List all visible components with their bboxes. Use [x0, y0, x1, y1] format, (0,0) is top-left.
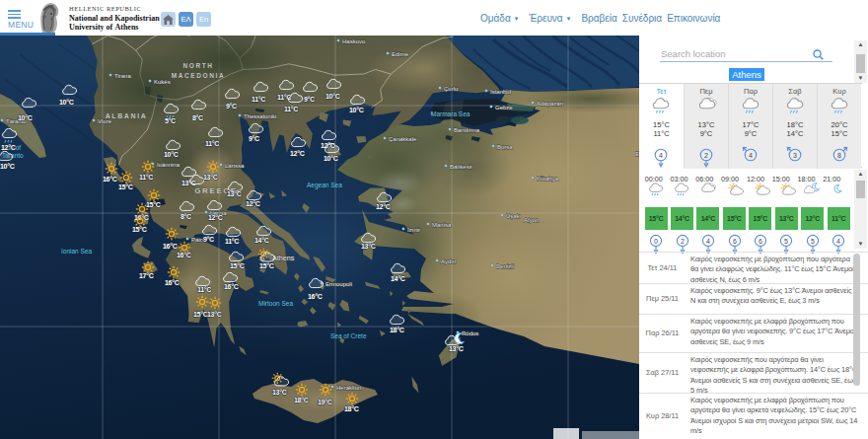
- svg-text:ALBANIA: ALBANIA: [106, 112, 148, 119]
- svg-text:Ermoupoli: Ermoupoli: [326, 281, 352, 287]
- svg-text:18°C: 18°C: [294, 397, 309, 403]
- svg-text:4: 4: [836, 238, 840, 245]
- svg-text:Çanakkale: Çanakkale: [389, 136, 417, 142]
- svg-text:Heraklion: Heraklion: [336, 385, 361, 391]
- svg-text:6: 6: [759, 238, 762, 245]
- svg-text:16°C: 16°C: [165, 279, 180, 286]
- svg-text:13°C: 13°C: [361, 243, 376, 250]
- svg-text:Lárissa: Lárissa: [225, 163, 245, 169]
- svg-text:4: 4: [706, 238, 710, 245]
- svg-text:Thessaloniki: Thessaloniki: [244, 113, 276, 119]
- svg-text:Bandırma: Bandırma: [454, 127, 480, 133]
- svg-text:15°C: 15°C: [146, 201, 161, 208]
- svg-text:16°C: 16°C: [103, 176, 117, 183]
- svg-text:13°C: 13°C: [449, 345, 464, 352]
- svg-text:Ioánnina: Ioánnina: [157, 162, 181, 168]
- svg-text:8°C: 8°C: [181, 213, 191, 220]
- svg-text:15°C: 15°C: [118, 183, 133, 190]
- svg-text:13°C: 13°C: [272, 389, 287, 396]
- svg-text:10°C: 10°C: [324, 155, 338, 162]
- svg-text:14°C: 14°C: [254, 237, 269, 244]
- svg-text:8: 8: [837, 152, 841, 159]
- svg-text:16°C: 16°C: [163, 243, 178, 250]
- svg-text:2: 2: [681, 238, 685, 245]
- svg-text:MACEDONIA: MACEDONIA: [172, 72, 225, 79]
- svg-text:Ionian Sea: Ionian Sea: [61, 248, 92, 255]
- svg-text:11°C: 11°C: [205, 140, 219, 147]
- svg-text:Bursa: Bursa: [497, 144, 513, 150]
- svg-text:12°C: 12°C: [208, 214, 223, 221]
- svg-text:0: 0: [654, 238, 658, 245]
- svg-text:Aegean Sea: Aegean Sea: [307, 182, 342, 189]
- svg-text:12°C: 12°C: [1, 144, 16, 151]
- svg-text:12°C: 12°C: [376, 203, 391, 210]
- svg-text:15°C: 15°C: [230, 262, 245, 269]
- svg-text:13°C: 13°C: [207, 311, 222, 318]
- svg-text:2: 2: [704, 152, 708, 159]
- svg-text:Marmara Sea: Marmara Sea: [431, 110, 470, 117]
- svg-text:4: 4: [659, 152, 663, 159]
- svg-text:18°C: 18°C: [344, 405, 359, 412]
- svg-text:14°C: 14°C: [391, 275, 405, 282]
- svg-text:11°C: 11°C: [225, 238, 239, 245]
- svg-text:İzmir: İzmir: [407, 227, 420, 233]
- svg-text:Çorlu: Çorlu: [444, 86, 458, 92]
- svg-text:11°C: 11°C: [284, 106, 298, 112]
- svg-text:Balıkesir: Balıkesir: [450, 164, 472, 170]
- svg-text:10°C: 10°C: [349, 107, 364, 113]
- svg-text:Istanbul: Istanbul: [490, 89, 511, 95]
- svg-text:Athens: Athens: [272, 254, 295, 262]
- svg-text:9°C: 9°C: [304, 96, 315, 103]
- svg-text:Kütahya: Kütahya: [537, 176, 559, 182]
- svg-text:15°C: 15°C: [132, 226, 147, 233]
- svg-text:16°C: 16°C: [308, 293, 323, 300]
- svg-text:10°C: 10°C: [326, 93, 340, 100]
- svg-text:Tirana: Tirana: [114, 73, 131, 79]
- svg-text:11°C: 11°C: [252, 96, 265, 103]
- svg-text:12°C: 12°C: [246, 200, 260, 207]
- svg-text:5°C: 5°C: [165, 117, 176, 124]
- svg-text:NORTH: NORTH: [182, 62, 213, 69]
- svg-text:10°C: 10°C: [164, 151, 179, 158]
- svg-text:10°C: 10°C: [59, 99, 74, 106]
- svg-text:19°C: 19°C: [318, 399, 332, 405]
- svg-text:5: 5: [811, 238, 815, 245]
- svg-text:Uşak: Uşak: [506, 213, 521, 219]
- svg-text:5: 5: [784, 238, 788, 245]
- svg-text:4: 4: [749, 152, 753, 159]
- svg-text:3: 3: [793, 152, 797, 159]
- svg-text:Gebze: Gebze: [495, 105, 513, 110]
- svg-text:16°C: 16°C: [224, 283, 239, 290]
- svg-text:9°C: 9°C: [249, 135, 259, 142]
- svg-text:15°C: 15°C: [193, 311, 208, 318]
- svg-text:9°C: 9°C: [226, 103, 237, 110]
- svg-text:9°C: 9°C: [203, 236, 214, 243]
- svg-text:Edirne: Edirne: [392, 51, 409, 57]
- svg-text:11°C: 11°C: [197, 286, 211, 293]
- svg-text:Haskovo: Haskovo: [342, 38, 366, 44]
- svg-text:Afyon: Afyon: [524, 217, 539, 223]
- svg-text:12°C: 12°C: [290, 150, 305, 157]
- svg-text:8°C: 8°C: [192, 114, 203, 121]
- svg-text:15°C: 15°C: [259, 262, 274, 269]
- svg-text:17°C: 17°C: [139, 272, 154, 279]
- svg-text:Sea of Crete: Sea of Crete: [330, 332, 367, 339]
- svg-text:10°C: 10°C: [18, 114, 33, 121]
- svg-text:6: 6: [733, 238, 737, 245]
- svg-text:13°C: 13°C: [203, 174, 218, 181]
- svg-text:Manisa: Manisa: [432, 222, 452, 228]
- svg-text:18°C: 18°C: [390, 327, 404, 333]
- svg-text:Denizli: Denizli: [496, 263, 514, 269]
- svg-text:Ródos: Ródos: [462, 330, 478, 336]
- svg-text:Adapazarı: Adapazarı: [537, 101, 564, 107]
- svg-text:10°C: 10°C: [0, 163, 15, 170]
- svg-text:16°C: 16°C: [177, 252, 191, 258]
- svg-text:11°C: 11°C: [139, 174, 153, 181]
- svg-text:13°C: 13°C: [227, 190, 242, 197]
- svg-text:Mirtoon Sea: Mirtoon Sea: [258, 300, 293, 307]
- svg-text:Aydın: Aydın: [441, 258, 456, 264]
- svg-text:Kukës: Kukës: [154, 79, 171, 85]
